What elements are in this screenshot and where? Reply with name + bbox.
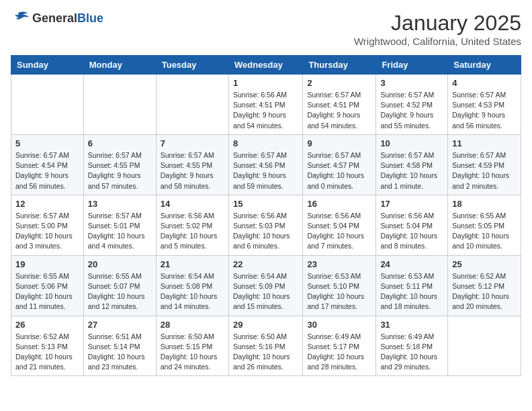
week-row-4: 19Sunrise: 6:55 AM Sunset: 5:06 PM Dayli… [11, 255, 521, 316]
day-number: 10 [380, 138, 443, 148]
col-wednesday: Wednesday [228, 56, 302, 75]
day-number: 5 [15, 138, 79, 148]
col-saturday: Saturday [448, 56, 521, 75]
day-info: Sunrise: 6:55 AM Sunset: 5:07 PM Dayligh… [88, 271, 152, 312]
day-info: Sunrise: 6:53 AM Sunset: 5:11 PM Dayligh… [380, 271, 443, 312]
calendar-cell: 17Sunrise: 6:56 AM Sunset: 5:04 PM Dayli… [376, 195, 448, 255]
calendar-cell [11, 75, 84, 135]
day-number: 1 [233, 78, 298, 88]
day-number: 24 [380, 259, 443, 269]
day-info: Sunrise: 6:57 AM Sunset: 4:58 PM Dayligh… [380, 150, 443, 191]
day-info: Sunrise: 6:56 AM Sunset: 5:02 PM Dayligh… [161, 211, 224, 252]
day-info: Sunrise: 6:57 AM Sunset: 4:53 PM Dayligh… [452, 90, 517, 131]
calendar-cell: 3Sunrise: 6:57 AM Sunset: 4:52 PM Daylig… [376, 75, 448, 135]
logo-text: GeneralBlue [32, 11, 103, 26]
calendar-cell: 6Sunrise: 6:57 AM Sunset: 4:55 PM Daylig… [83, 134, 156, 195]
day-number: 29 [233, 320, 298, 330]
calendar-cell: 14Sunrise: 6:56 AM Sunset: 5:02 PM Dayli… [156, 195, 228, 255]
calendar-cell: 8Sunrise: 6:57 AM Sunset: 4:56 PM Daylig… [228, 134, 302, 195]
calendar-cell: 22Sunrise: 6:54 AM Sunset: 5:09 PM Dayli… [228, 255, 302, 316]
week-row-2: 5Sunrise: 6:57 AM Sunset: 4:54 PM Daylig… [11, 134, 521, 195]
day-info: Sunrise: 6:54 AM Sunset: 5:08 PM Dayligh… [161, 271, 224, 312]
calendar-cell: 20Sunrise: 6:55 AM Sunset: 5:07 PM Dayli… [83, 255, 156, 316]
day-number: 11 [452, 138, 517, 148]
day-number: 6 [88, 138, 152, 148]
day-info: Sunrise: 6:50 AM Sunset: 5:16 PM Dayligh… [233, 332, 298, 373]
calendar-cell: 7Sunrise: 6:57 AM Sunset: 4:55 PM Daylig… [156, 134, 228, 195]
day-info: Sunrise: 6:51 AM Sunset: 5:14 PM Dayligh… [88, 332, 152, 373]
calendar-cell [448, 316, 521, 376]
header: GeneralBlue January 2025 Wrightwood, Cal… [11, 11, 521, 47]
week-row-5: 26Sunrise: 6:52 AM Sunset: 5:13 PM Dayli… [11, 316, 521, 376]
calendar-cell: 11Sunrise: 6:57 AM Sunset: 4:59 PM Dayli… [448, 134, 521, 195]
day-number: 14 [161, 199, 224, 209]
calendar-cell: 1Sunrise: 6:56 AM Sunset: 4:51 PM Daylig… [228, 75, 302, 135]
day-info: Sunrise: 6:56 AM Sunset: 5:03 PM Dayligh… [233, 211, 298, 252]
week-row-3: 12Sunrise: 6:57 AM Sunset: 5:00 PM Dayli… [11, 195, 521, 255]
calendar-cell: 23Sunrise: 6:53 AM Sunset: 5:10 PM Dayli… [303, 255, 376, 316]
day-info: Sunrise: 6:49 AM Sunset: 5:18 PM Dayligh… [380, 332, 443, 373]
day-number: 7 [161, 138, 224, 148]
calendar-cell [156, 75, 228, 135]
calendar-cell: 16Sunrise: 6:56 AM Sunset: 5:04 PM Dayli… [303, 195, 376, 255]
logo: GeneralBlue [11, 11, 103, 26]
day-info: Sunrise: 6:57 AM Sunset: 4:56 PM Dayligh… [233, 150, 298, 191]
day-number: 26 [15, 320, 79, 330]
calendar-cell: 13Sunrise: 6:57 AM Sunset: 5:01 PM Dayli… [83, 195, 156, 255]
calendar-cell: 15Sunrise: 6:56 AM Sunset: 5:03 PM Dayli… [228, 195, 302, 255]
calendar-cell: 2Sunrise: 6:57 AM Sunset: 4:51 PM Daylig… [303, 75, 376, 135]
calendar-title: January 2025 [354, 11, 521, 36]
calendar-cell: 12Sunrise: 6:57 AM Sunset: 5:00 PM Dayli… [11, 195, 84, 255]
calendar-cell: 28Sunrise: 6:50 AM Sunset: 5:15 PM Dayli… [156, 316, 228, 376]
day-number: 3 [380, 78, 443, 88]
day-number: 21 [161, 259, 224, 269]
calendar-cell: 10Sunrise: 6:57 AM Sunset: 4:58 PM Dayli… [376, 134, 448, 195]
day-info: Sunrise: 6:56 AM Sunset: 5:04 PM Dayligh… [380, 211, 443, 252]
day-number: 27 [88, 320, 152, 330]
calendar-cell: 18Sunrise: 6:55 AM Sunset: 5:05 PM Dayli… [448, 195, 521, 255]
title-area: January 2025 Wrightwood, California, Uni… [354, 11, 521, 47]
day-info: Sunrise: 6:52 AM Sunset: 5:12 PM Dayligh… [452, 271, 517, 312]
calendar-table: Sunday Monday Tuesday Wednesday Thursday… [11, 55, 521, 376]
day-info: Sunrise: 6:57 AM Sunset: 4:55 PM Dayligh… [161, 150, 224, 191]
day-info: Sunrise: 6:54 AM Sunset: 5:09 PM Dayligh… [233, 271, 298, 312]
day-info: Sunrise: 6:57 AM Sunset: 4:55 PM Dayligh… [88, 150, 152, 191]
day-number: 20 [88, 259, 152, 269]
day-info: Sunrise: 6:56 AM Sunset: 4:51 PM Dayligh… [233, 90, 298, 131]
calendar-cell: 26Sunrise: 6:52 AM Sunset: 5:13 PM Dayli… [11, 316, 84, 376]
day-number: 9 [307, 138, 371, 148]
day-number: 22 [233, 259, 298, 269]
day-info: Sunrise: 6:57 AM Sunset: 4:54 PM Dayligh… [15, 150, 79, 191]
day-number: 4 [452, 78, 517, 88]
day-info: Sunrise: 6:56 AM Sunset: 5:04 PM Dayligh… [307, 211, 371, 252]
day-info: Sunrise: 6:57 AM Sunset: 5:01 PM Dayligh… [88, 211, 152, 252]
day-number: 13 [88, 199, 152, 209]
day-number: 2 [307, 78, 371, 88]
calendar-cell: 30Sunrise: 6:49 AM Sunset: 5:17 PM Dayli… [303, 316, 376, 376]
day-number: 23 [307, 259, 371, 269]
calendar-cell [83, 75, 156, 135]
calendar-cell: 9Sunrise: 6:57 AM Sunset: 4:57 PM Daylig… [303, 134, 376, 195]
logo-general: General [32, 11, 77, 25]
calendar-cell: 24Sunrise: 6:53 AM Sunset: 5:11 PM Dayli… [376, 255, 448, 316]
col-tuesday: Tuesday [156, 56, 228, 75]
day-number: 30 [307, 320, 371, 330]
calendar-cell: 29Sunrise: 6:50 AM Sunset: 5:16 PM Dayli… [228, 316, 302, 376]
col-monday: Monday [83, 56, 156, 75]
day-info: Sunrise: 6:55 AM Sunset: 5:05 PM Dayligh… [452, 211, 517, 252]
col-friday: Friday [376, 56, 448, 75]
day-number: 18 [452, 199, 517, 209]
col-sunday: Sunday [11, 56, 84, 75]
calendar-subtitle: Wrightwood, California, United States [354, 36, 521, 47]
day-number: 8 [233, 138, 298, 148]
calendar-cell: 5Sunrise: 6:57 AM Sunset: 4:54 PM Daylig… [11, 134, 84, 195]
logo-bird-icon [11, 11, 30, 26]
day-info: Sunrise: 6:50 AM Sunset: 5:15 PM Dayligh… [161, 332, 224, 373]
day-number: 31 [380, 320, 443, 330]
day-info: Sunrise: 6:49 AM Sunset: 5:17 PM Dayligh… [307, 332, 371, 373]
col-thursday: Thursday [303, 56, 376, 75]
day-info: Sunrise: 6:57 AM Sunset: 4:51 PM Dayligh… [307, 90, 371, 131]
day-number: 28 [161, 320, 224, 330]
calendar-cell: 21Sunrise: 6:54 AM Sunset: 5:08 PM Dayli… [156, 255, 228, 316]
calendar-cell: 25Sunrise: 6:52 AM Sunset: 5:12 PM Dayli… [448, 255, 521, 316]
